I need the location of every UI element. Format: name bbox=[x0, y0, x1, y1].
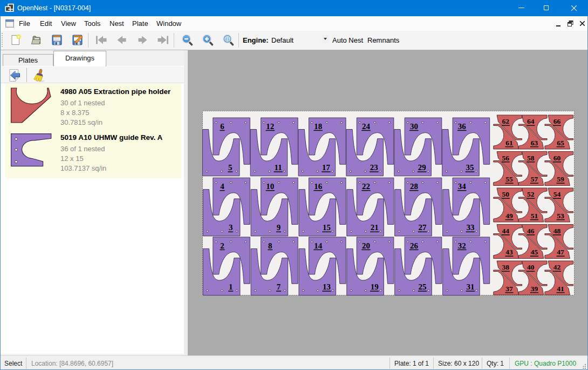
svg-text:64: 64 bbox=[527, 117, 535, 125]
svg-text:11: 11 bbox=[275, 163, 282, 172]
svg-text:45: 45 bbox=[531, 248, 538, 256]
svg-text:5: 5 bbox=[228, 163, 233, 172]
svg-text:20: 20 bbox=[362, 241, 370, 250]
svg-text:43: 43 bbox=[505, 248, 513, 256]
svg-text:59: 59 bbox=[557, 175, 564, 183]
svg-text:9: 9 bbox=[277, 223, 281, 232]
svg-text:33: 33 bbox=[466, 223, 474, 232]
svg-text:63: 63 bbox=[531, 139, 538, 147]
svg-text:30: 30 bbox=[410, 122, 418, 131]
svg-text:4: 4 bbox=[220, 182, 224, 191]
svg-text:40: 40 bbox=[527, 263, 535, 271]
svg-text:35: 35 bbox=[466, 163, 474, 172]
svg-text:18: 18 bbox=[314, 122, 322, 131]
svg-text:26: 26 bbox=[410, 241, 419, 250]
svg-text:50: 50 bbox=[502, 190, 510, 198]
svg-text:36: 36 bbox=[458, 122, 467, 131]
svg-text:16: 16 bbox=[314, 182, 323, 191]
svg-text:15: 15 bbox=[323, 223, 331, 232]
svg-text:46: 46 bbox=[527, 227, 535, 235]
svg-text:47: 47 bbox=[557, 248, 564, 256]
svg-text:61: 61 bbox=[505, 139, 513, 147]
svg-text:44: 44 bbox=[502, 227, 510, 235]
svg-text:38: 38 bbox=[502, 263, 510, 271]
svg-text:34: 34 bbox=[458, 182, 467, 191]
svg-text:48: 48 bbox=[553, 227, 561, 235]
svg-text:1: 1 bbox=[229, 282, 233, 291]
svg-text:65: 65 bbox=[557, 139, 564, 147]
svg-text:19: 19 bbox=[371, 282, 379, 291]
svg-text:42: 42 bbox=[553, 263, 561, 271]
svg-text:3: 3 bbox=[229, 223, 233, 232]
svg-text:14: 14 bbox=[314, 241, 323, 250]
svg-text:21: 21 bbox=[371, 223, 379, 232]
svg-text:31: 31 bbox=[466, 282, 474, 291]
svg-text:58: 58 bbox=[527, 154, 535, 162]
svg-text:8: 8 bbox=[268, 241, 272, 250]
svg-text:66: 66 bbox=[553, 117, 561, 125]
svg-text:2: 2 bbox=[220, 241, 224, 250]
svg-text:7: 7 bbox=[277, 282, 281, 291]
svg-text:56: 56 bbox=[502, 154, 510, 162]
svg-text:55: 55 bbox=[505, 175, 513, 183]
svg-text:51: 51 bbox=[531, 212, 538, 220]
svg-text:10: 10 bbox=[266, 182, 274, 191]
svg-text:37: 37 bbox=[505, 285, 513, 293]
svg-text:22: 22 bbox=[362, 182, 370, 191]
svg-text:57: 57 bbox=[531, 175, 538, 183]
svg-text:60: 60 bbox=[553, 154, 561, 162]
svg-text:41: 41 bbox=[557, 285, 564, 293]
svg-text:49: 49 bbox=[505, 212, 513, 220]
svg-text:32: 32 bbox=[458, 241, 466, 250]
svg-text:62: 62 bbox=[502, 117, 510, 125]
svg-text:25: 25 bbox=[419, 282, 427, 291]
svg-text:24: 24 bbox=[362, 122, 371, 131]
svg-text:29: 29 bbox=[418, 163, 426, 172]
svg-text:39: 39 bbox=[531, 285, 538, 293]
svg-text:23: 23 bbox=[370, 163, 378, 172]
svg-text:28: 28 bbox=[410, 182, 418, 191]
svg-text:13: 13 bbox=[323, 282, 331, 291]
svg-text:27: 27 bbox=[419, 223, 427, 232]
svg-text:52: 52 bbox=[527, 190, 535, 198]
svg-text:12: 12 bbox=[266, 122, 274, 131]
svg-text:6: 6 bbox=[220, 122, 224, 131]
svg-text:17: 17 bbox=[322, 163, 331, 172]
svg-text:54: 54 bbox=[553, 190, 561, 198]
svg-text:53: 53 bbox=[557, 212, 564, 220]
